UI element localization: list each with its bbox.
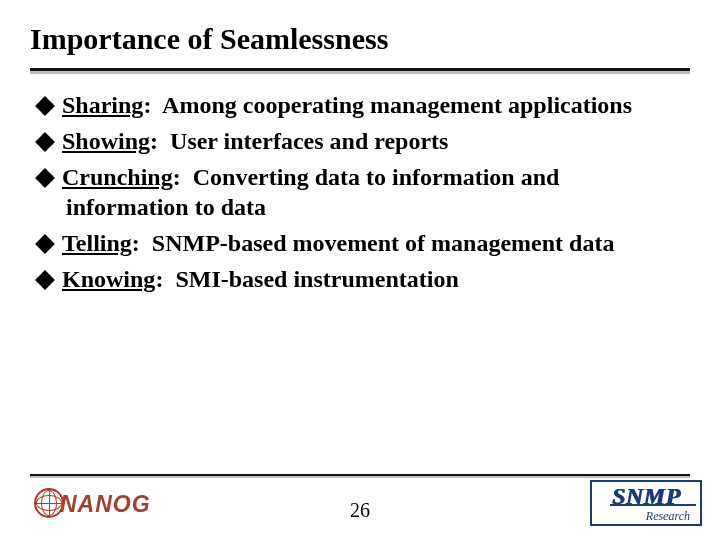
bullet-colon: : xyxy=(132,230,140,256)
bullet-diamond-icon xyxy=(35,132,55,152)
bullet-label: Knowing xyxy=(62,266,155,292)
footer-rule xyxy=(30,474,690,476)
list-item: Knowing: SMI-based instrumentation xyxy=(38,264,678,294)
snmp-research-logo: SNMP Research xyxy=(590,480,702,526)
bullet-diamond-icon xyxy=(35,270,55,290)
list-item: Showing: User interfaces and reports xyxy=(38,126,678,156)
bullet-desc: SMI-based instrumentation xyxy=(175,266,458,292)
bullet-list: Sharing: Among cooperating management ap… xyxy=(38,90,678,300)
bullet-label: Telling xyxy=(62,230,132,256)
list-item: Crunching: Converting data to informatio… xyxy=(38,162,678,222)
bullet-diamond-icon xyxy=(35,234,55,254)
list-item: Telling: SNMP-based movement of manageme… xyxy=(38,228,678,258)
snmp-logo-main: SNMP xyxy=(612,484,681,508)
snmp-logo-sub: Research xyxy=(646,510,690,522)
bullet-label: Sharing xyxy=(62,92,143,118)
bullet-colon: : xyxy=(150,128,158,154)
bullet-desc: User interfaces and reports xyxy=(170,128,448,154)
bullet-diamond-icon xyxy=(35,96,55,116)
list-item: Sharing: Among cooperating management ap… xyxy=(38,90,678,120)
slide-title: Importance of Seamlessness xyxy=(30,22,388,56)
title-rule xyxy=(30,68,690,71)
bullet-label: Crunching xyxy=(62,164,173,190)
bullet-desc: Among cooperating management application… xyxy=(162,92,632,118)
bullet-diamond-icon xyxy=(35,168,55,188)
slide: Importance of Seamlessness Sharing: Amon… xyxy=(0,0,720,540)
bullet-desc: SNMP-based movement of management data xyxy=(152,230,615,256)
bullet-colon: : xyxy=(155,266,163,292)
bullet-colon: : xyxy=(173,164,181,190)
bullet-colon: : xyxy=(143,92,151,118)
bullet-label: Showing xyxy=(62,128,150,154)
